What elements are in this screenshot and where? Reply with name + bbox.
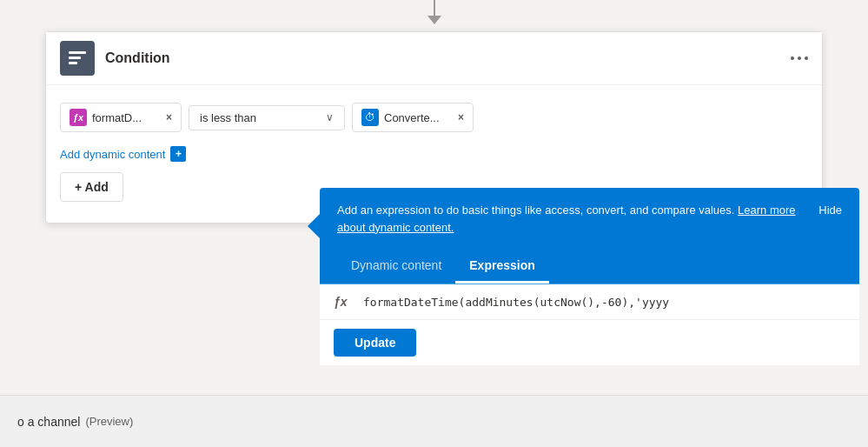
dot2 [798,57,801,60]
token1-pill[interactable]: ƒx formatD... × [60,103,182,132]
add-dynamic-row: Add dynamic content + [60,146,808,162]
tab-dynamic-content[interactable]: Dynamic content [337,250,455,284]
add-button-label: + Add [75,180,109,194]
svg-rect-1 [69,57,81,59]
connector-line [434,0,435,16]
popup-description: Add an expression to do basic things lik… [337,202,808,236]
bottom-section: o a channel (Preview) [0,395,868,447]
clock-icon: ⏱ [365,111,375,123]
channel-text: o a channel [17,415,80,429]
popup-tabs: Dynamic content Expression [320,250,859,284]
svg-rect-0 [69,51,86,54]
operator-text: is less than [200,111,321,124]
top-connector [427,0,441,24]
card-title: Condition [105,50,170,66]
expression-input[interactable] [363,296,845,309]
token1-text: formatD... [92,111,161,124]
token2-icon: ⏱ [361,109,379,126]
hide-button[interactable]: Hide [818,203,842,217]
popup-arrow [308,214,320,238]
token2-text: Converte... [384,111,453,124]
condition-icon [60,41,95,76]
svg-rect-2 [69,62,77,64]
popup-panel: Add an expression to do basic things lik… [320,188,859,365]
tab-dynamic-content-label: Dynamic content [351,258,441,272]
popup-header: Add an expression to do basic things lik… [320,188,859,250]
card-header-left: Condition [60,41,170,76]
dot3 [805,57,808,60]
expression-area: ƒx [320,284,859,319]
token1-close[interactable]: × [166,111,172,123]
condition-row: ƒx formatD... × is less than ∨ ⏱ Convert… [60,103,808,132]
dot1 [791,57,794,60]
update-area: Update [320,319,859,365]
fx-label: ƒx [334,295,354,309]
channel-preview: (Preview) [85,415,133,428]
popup-desc-text: Add an expression to do basic things lik… [337,203,734,217]
card-header: Condition [46,32,822,85]
tab-expression[interactable]: Expression [455,250,548,284]
token2-pill[interactable]: ⏱ Converte... × [352,103,474,132]
token1-icon: ƒx [70,109,87,126]
operator-dropdown[interactable]: is less than ∨ [189,105,345,130]
tab-expression-label: Expression [469,258,534,272]
more-options-button[interactable] [791,57,808,60]
add-dynamic-link[interactable]: Add dynamic content [60,148,165,161]
plus-badge[interactable]: + [170,146,186,162]
add-button[interactable]: + Add [60,172,123,202]
chevron-down-icon: ∨ [326,111,334,123]
token2-close[interactable]: × [458,111,464,123]
connector-arrow [427,16,441,24]
update-button[interactable]: Update [334,329,416,357]
update-button-label: Update [354,336,395,350]
